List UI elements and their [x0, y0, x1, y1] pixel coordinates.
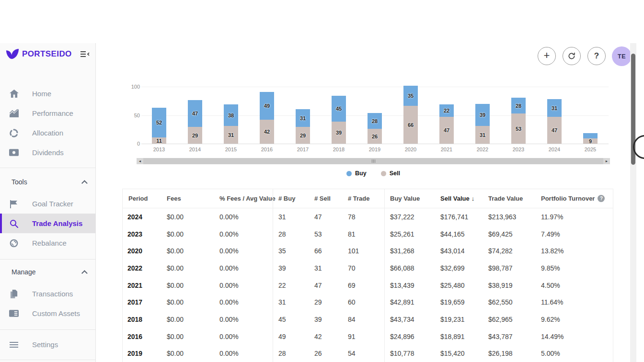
column-divider — [384, 189, 385, 362]
divider — [0, 329, 95, 330]
cell: $62,965 — [483, 316, 535, 323]
bar-segment-buy-2020[interactable]: 35 — [403, 86, 418, 106]
bar-segment-buy-2016[interactable]: 49 — [260, 92, 274, 120]
cell: $19,231 — [435, 316, 483, 323]
cell: $176,741 — [435, 213, 483, 221]
sidebar-item-custom-assets[interactable]: Custom Assets — [0, 304, 95, 323]
x-axis-label-2025: 2025 — [576, 147, 605, 152]
bar-segment-sell-2015[interactable]: 31 — [224, 126, 238, 144]
column-header--sell[interactable]: # Sell — [309, 195, 342, 202]
bar-segment-sell-2014[interactable]: 29 — [188, 127, 202, 144]
bar-segment-sell-2017[interactable]: 29 — [296, 127, 310, 144]
sidebar-item-settings[interactable]: Settings — [0, 335, 95, 354]
column-header-buy-value[interactable]: Buy Value — [384, 195, 435, 202]
bar-segment-sell-2025[interactable]: 9 — [583, 138, 598, 144]
sidebar-item-transactions[interactable]: Transactions — [0, 284, 95, 304]
table-row-2018: 2018$0.000.00%453984$43,734$19,231$62,96… — [123, 311, 613, 328]
cell: 11.64% — [535, 298, 613, 306]
scroll-left-arrow-icon[interactable]: ◄ — [137, 158, 143, 164]
scrollbar-grip[interactable] — [372, 159, 375, 163]
manage-section-header[interactable]: Manage — [12, 267, 88, 277]
bar-segment-buy-2023[interactable]: 28 — [511, 98, 526, 113]
bar-segment-buy-2015[interactable]: 38 — [224, 104, 238, 126]
bar-segment-sell-2013[interactable]: 11 — [152, 137, 166, 144]
cell: 70 — [342, 264, 384, 272]
bar-segment-sell-2024[interactable]: 47 — [547, 117, 562, 144]
chart-h-scrollbar[interactable]: ◄ ► — [137, 158, 610, 164]
bar-segment-buy-2018[interactable]: 45 — [332, 96, 346, 122]
cell: 39 — [273, 264, 309, 272]
tools-section-header[interactable]: Tools — [12, 177, 88, 187]
bar-segment-buy-2022[interactable]: 39 — [475, 104, 490, 126]
bar-segment-buy-2019[interactable]: 28 — [368, 113, 382, 129]
sidebar-item-allocation[interactable]: Allocation — [0, 123, 95, 143]
sidebar-collapse-icon[interactable] — [80, 51, 90, 57]
section-label: Tools — [12, 178, 27, 186]
sidebar-item-rebalance[interactable]: Rebalance — [0, 233, 95, 253]
chevron-up-icon — [81, 180, 88, 186]
bar-segment-buy-2013[interactable]: 52 — [152, 108, 166, 137]
x-axis-label-2017: 2017 — [288, 147, 317, 152]
cell: 9.85% — [535, 264, 613, 272]
cell: $38,919 — [483, 282, 535, 289]
sidebar-item-goal-tracker[interactable]: Goal Tracker — [0, 194, 95, 214]
sidebar-item-performance[interactable]: Performance — [0, 103, 95, 123]
column-header-fees[interactable]: Fees — [161, 195, 214, 202]
bar-segment-sell-2019[interactable]: 26 — [368, 129, 382, 144]
legend-sell[interactable]: Sell — [381, 170, 400, 177]
logo[interactable]: PORTSEIDO — [6, 48, 72, 60]
bar-segment-sell-2022[interactable]: 31 — [475, 126, 490, 144]
column-header-sell-value[interactable]: Sell Value↓ — [435, 195, 483, 202]
cell: $32,699 — [435, 264, 483, 272]
sidebar-item-label: Trade Analysis — [32, 219, 82, 227]
cell: $0.00 — [161, 264, 214, 272]
cell: 31 — [309, 264, 342, 272]
column-header-label: Trade Value — [488, 195, 523, 202]
cell: $43,787 — [483, 333, 535, 340]
cell: 28 — [273, 230, 309, 238]
cell: $0.00 — [161, 282, 214, 289]
bar-segment-sell-2021[interactable]: 47 — [439, 117, 454, 144]
legend-buy[interactable]: Buy — [346, 170, 367, 177]
avatar[interactable]: TE — [612, 46, 632, 66]
scroll-right-arrow-icon[interactable]: ► — [603, 158, 610, 164]
help-icon[interactable]: ? — [598, 195, 605, 202]
bar-segment-sell-2023[interactable]: 53 — [511, 113, 526, 144]
cell-period: 2016 — [123, 333, 161, 340]
table-body: 2024$0.000.00%314778$37,222$176,741$213,… — [123, 208, 613, 362]
bar-segment-buy-2024[interactable]: 31 — [547, 99, 562, 117]
add-button[interactable]: + — [538, 47, 556, 65]
bar-segment-buy-2025[interactable] — [583, 133, 598, 138]
help-button[interactable]: ? — [587, 47, 606, 65]
cell: $74,282 — [483, 247, 535, 255]
column-header--trade[interactable]: # Trade — [342, 195, 384, 202]
bar-segment-sell-2018[interactable]: 39 — [332, 122, 346, 144]
y-axis-tick-50: 50 — [116, 113, 140, 118]
column-header-period[interactable]: Period — [123, 195, 161, 202]
bar-segment-sell-2020[interactable]: 66 — [403, 106, 418, 144]
column-header--fees-avg-value[interactable]: % Fees / Avg Value — [214, 195, 273, 202]
cell: 101 — [342, 247, 384, 255]
bar-segment-buy-2014[interactable]: 47 — [188, 100, 202, 127]
x-axis-label-2021: 2021 — [432, 147, 461, 152]
cell: $0.00 — [161, 298, 214, 306]
refresh-button[interactable] — [563, 47, 581, 65]
column-header-trade-value[interactable]: Trade Value — [483, 195, 535, 202]
bar-segment-sell-2016[interactable]: 42 — [260, 120, 274, 144]
bar-segment-buy-2021[interactable]: 22 — [439, 104, 454, 117]
sidebar-item-dividends[interactable]: Dividends — [0, 143, 95, 162]
bar-segment-buy-2017[interactable]: 31 — [296, 109, 310, 127]
cell: $15,420 — [435, 350, 483, 357]
sidebar-item-home[interactable]: Home — [0, 84, 95, 103]
cell: 4.50% — [535, 282, 613, 289]
cell: $44,165 — [435, 230, 483, 238]
x-axis-label-2022: 2022 — [468, 147, 497, 152]
sidebar-item-trade-analysis[interactable]: Trade Analysis — [0, 214, 95, 233]
cell: 47 — [309, 213, 342, 221]
cell: 0.00% — [214, 213, 273, 221]
column-header-portfolio-turnover[interactable]: Portfolio Turnover? — [535, 195, 613, 202]
cell: $25,480 — [435, 282, 483, 289]
column-header--buy[interactable]: # Buy — [273, 195, 309, 202]
cell: 39 — [309, 316, 342, 323]
plus-icon: + — [544, 50, 550, 61]
